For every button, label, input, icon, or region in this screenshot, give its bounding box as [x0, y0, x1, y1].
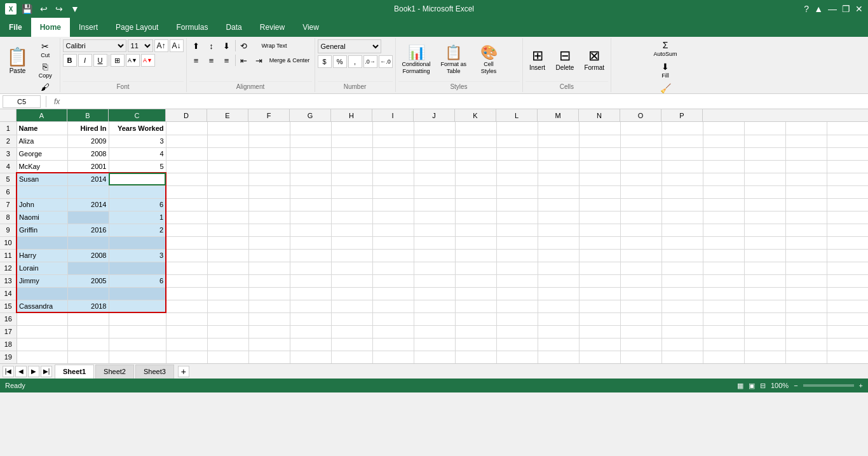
grid-cell[interactable]	[109, 236, 166, 249]
grid-cell[interactable]: Naomi	[17, 211, 67, 224]
grid-cell[interactable]: Cassandra	[17, 300, 67, 312]
grid-cell[interactable]	[661, 325, 703, 338]
grid-cell[interactable]	[661, 211, 703, 224]
grid-cell[interactable]	[166, 211, 207, 224]
grid-cell[interactable]	[703, 312, 744, 325]
col-header-J[interactable]: J	[414, 109, 455, 121]
tab-insert[interactable]: Insert	[70, 18, 107, 37]
grid-cell[interactable]	[207, 351, 248, 363]
grid-cell[interactable]	[372, 351, 414, 363]
wrap-text-button[interactable]: Wrap Text	[252, 39, 297, 52]
grid-cell[interactable]	[331, 249, 372, 262]
copy-button[interactable]: ⎘Copy	[34, 60, 57, 80]
grid-cell[interactable]	[538, 160, 579, 173]
grid-cell[interactable]	[67, 287, 109, 300]
align-left-button[interactable]: ≡	[189, 54, 203, 67]
grid-cell[interactable]	[703, 122, 744, 135]
grid-cell[interactable]	[248, 211, 290, 224]
grid-cell[interactable]	[207, 300, 248, 312]
new-sheet-button[interactable]: +	[178, 366, 189, 377]
grid-cell[interactable]	[785, 211, 827, 224]
row-number[interactable]: 3	[0, 147, 17, 160]
grid-cell[interactable]	[538, 300, 579, 312]
grid-cell[interactable]	[744, 312, 785, 325]
grid-cell[interactable]: 2008	[67, 147, 109, 160]
grid-cell[interactable]	[538, 312, 579, 325]
grid-cell[interactable]	[620, 211, 661, 224]
grid-cell[interactable]	[414, 312, 455, 325]
grid-cell[interactable]	[785, 287, 827, 300]
grid-cell[interactable]	[17, 338, 67, 351]
grid-cell[interactable]: Lorain	[17, 262, 67, 274]
align-middle-button[interactable]: ↕	[205, 39, 219, 52]
grid-cell[interactable]	[109, 185, 166, 198]
percent-button[interactable]: %	[333, 55, 347, 68]
grid-cell[interactable]	[372, 236, 414, 249]
grid-cell[interactable]	[248, 249, 290, 262]
grid-cell[interactable]	[248, 236, 290, 249]
grid-cell[interactable]	[579, 312, 620, 325]
grid-cell[interactable]	[827, 351, 868, 363]
grid-cell[interactable]	[414, 224, 455, 236]
grid-cell[interactable]	[620, 236, 661, 249]
grid-cell[interactable]	[166, 224, 207, 236]
grid-cell[interactable]	[166, 198, 207, 211]
grid-cell[interactable]	[455, 325, 496, 338]
grid-cell[interactable]	[207, 160, 248, 173]
grid-cell[interactable]	[661, 135, 703, 147]
grid-cell[interactable]	[455, 338, 496, 351]
grid-cell[interactable]	[785, 236, 827, 249]
text-direction-button[interactable]: ⟲	[237, 39, 251, 52]
grid-cell[interactable]	[620, 287, 661, 300]
grid-cell[interactable]	[248, 147, 290, 160]
grid-cell[interactable]	[744, 287, 785, 300]
grid-cell[interactable]	[538, 122, 579, 135]
grid-cell[interactable]	[579, 135, 620, 147]
grid-cell[interactable]	[744, 224, 785, 236]
grid-cell[interactable]	[372, 274, 414, 287]
zoom-slider[interactable]	[803, 384, 854, 387]
grid-cell[interactable]	[207, 211, 248, 224]
redo-button[interactable]: ↪	[53, 3, 65, 15]
grid-cell[interactable]	[414, 147, 455, 160]
grid-cell[interactable]	[496, 173, 538, 185]
grid-cell[interactable]	[661, 262, 703, 274]
grid-cell[interactable]	[496, 325, 538, 338]
tab-page-layout[interactable]: Page Layout	[107, 18, 167, 37]
grid-cell[interactable]	[579, 338, 620, 351]
grid-cell[interactable]	[290, 274, 331, 287]
grid-cell[interactable]	[290, 325, 331, 338]
grid-cell[interactable]	[372, 300, 414, 312]
format-button[interactable]: ⊠ Format	[580, 39, 608, 81]
grid-cell[interactable]	[331, 185, 372, 198]
grid-cell[interactable]	[207, 338, 248, 351]
grid-cell[interactable]: 2016	[67, 224, 109, 236]
grid-cell[interactable]	[207, 185, 248, 198]
grid-cell[interactable]	[109, 287, 166, 300]
grid-cell[interactable]: McKay	[17, 160, 67, 173]
row-number[interactable]: 14	[0, 287, 17, 300]
grid-cell[interactable]	[620, 351, 661, 363]
grid-cell[interactable]	[620, 325, 661, 338]
grid-cell[interactable]	[579, 351, 620, 363]
grid-cell[interactable]	[785, 312, 827, 325]
grid-cell[interactable]	[372, 224, 414, 236]
grid-cell[interactable]	[661, 160, 703, 173]
tab-data[interactable]: Data	[217, 18, 250, 37]
grid-cell[interactable]	[109, 325, 166, 338]
grid-cell[interactable]	[17, 236, 67, 249]
grid-cell[interactable]	[414, 325, 455, 338]
grid-cell[interactable]	[455, 122, 496, 135]
grid-cell[interactable]	[827, 224, 868, 236]
grid-cell[interactable]	[331, 211, 372, 224]
grid-cell[interactable]	[496, 224, 538, 236]
grid-cell[interactable]	[331, 300, 372, 312]
col-header-A[interactable]: A	[17, 109, 67, 121]
grid-cell[interactable]	[703, 300, 744, 312]
grid-cell[interactable]	[538, 351, 579, 363]
col-header-E[interactable]: E	[207, 109, 248, 121]
grid-cell[interactable]	[703, 135, 744, 147]
grid-cell[interactable]	[827, 262, 868, 274]
increase-decimal-button[interactable]: .0→	[363, 55, 377, 68]
grid-cell[interactable]: Years Worked	[109, 122, 166, 135]
